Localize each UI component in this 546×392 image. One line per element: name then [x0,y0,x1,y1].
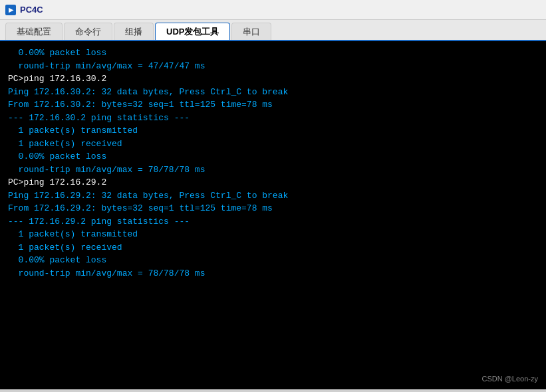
terminal-line: --- 172.16.30.2 ping statistics --- [8,112,538,125]
watermark: CSDN @Leon-zy [481,373,538,385]
terminal-line: From 172.16.29.2: bytes=32 seq=1 ttl=125… [8,202,538,215]
terminal-line: From 172.16.30.2: bytes=32 seq=1 ttl=125… [8,98,538,112]
terminal-line: round-trip min/avg/max = 78/78/78 ms [8,163,538,177]
terminal-line: round-trip min/avg/max = 47/47/47 ms [8,60,538,73]
terminal-line: PC>ping 172.16.29.2 [8,176,538,189]
app-title: PC4C [20,5,43,15]
tab-0[interactable]: 基础配置 [5,23,63,40]
terminal-line: 0.00% packet loss [8,47,538,60]
terminal-line: 1 packet(s) transmitted [8,124,538,138]
terminal-line: Ping 172.16.30.2: 32 data bytes, Press C… [8,86,538,99]
terminal-line: 0.00% packet loss [8,150,538,163]
title-bar: ▶ PC4C [0,0,546,20]
app-logo: ▶ [5,5,16,15]
terminal-line: round-trip min/avg/max = 78/78/78 ms [8,267,538,280]
terminal-line: 1 packet(s) transmitted [8,228,538,241]
terminal-line: PC>ping 172.16.30.2 [8,72,538,86]
tab-3[interactable]: UDP发包工具 [155,23,230,40]
terminal-area[interactable]: 0.00% packet loss round-trip min/avg/max… [0,41,546,389]
terminal-line: Ping 172.16.29.2: 32 data bytes, Press C… [8,189,538,203]
tab-1[interactable]: 命令行 [64,23,112,40]
terminal-line: 1 packet(s) received [8,241,538,254]
terminal-line: 1 packet(s) received [8,138,538,151]
terminal-line: 0.00% packet loss [8,254,538,267]
terminal-line: --- 172.16.29.2 ping statistics --- [8,215,538,229]
tab-4[interactable]: 串口 [231,23,271,40]
tab-bar: 基础配置命令行组播UDP发包工具串口 [0,20,546,41]
tab-2[interactable]: 组播 [114,23,154,40]
